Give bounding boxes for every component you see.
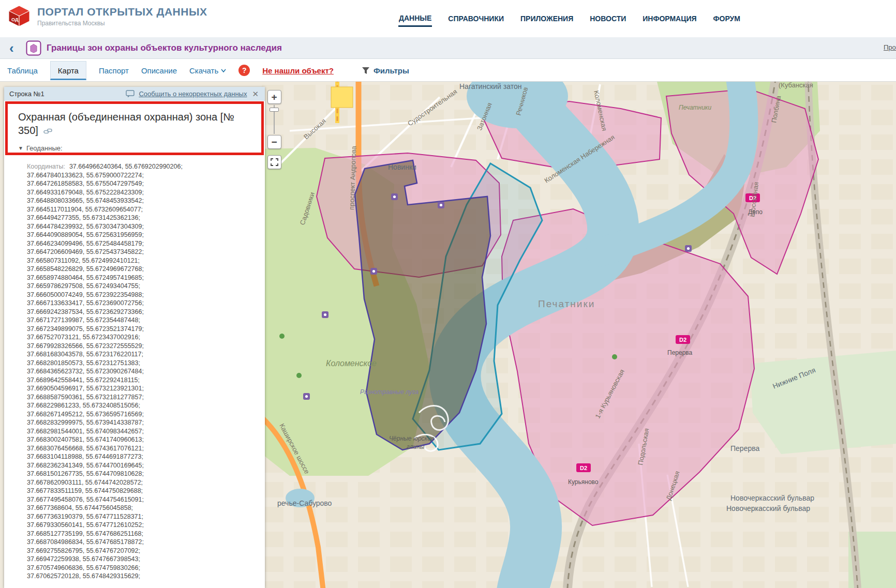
- label-zaton: Нагатинский затон: [459, 82, 521, 91]
- coordinate-line: 37.6660500074249, 55.6723922354988;: [27, 291, 262, 299]
- coordinate-line: 37.6681501267735, 55.6744709810628;: [27, 470, 262, 478]
- coordinates-label: Координаты:: [27, 163, 65, 170]
- coordinate-line: 37.6669242387534, 55.6723629273366;: [27, 308, 262, 316]
- zoom-slider[interactable]: [274, 105, 275, 134]
- zoom-out-button[interactable]: −: [267, 135, 281, 149]
- label-chernye-1: Чёрные юрские: [389, 435, 435, 442]
- top-navigation: ДАННЫЕ СПРАВОЧНИКИ ПРИЛОЖЕНИЯ НОВОСТИ ИН…: [398, 0, 741, 37]
- label-pererva-station: Перерва: [667, 349, 693, 356]
- funnel-icon: [362, 67, 370, 74]
- label-pechatniki-small: Печатники: [679, 104, 712, 111]
- filters-button[interactable]: Фильтры: [362, 66, 409, 75]
- coordinate-first-line: Координаты:37.664966240364, 55.676920299…: [27, 162, 262, 171]
- dataset-tabs: Таблица Карта Паспорт Описание Скачать ?…: [0, 59, 896, 82]
- coordinate-line: 37.6658548226829, 55.6724969672768;: [27, 265, 262, 274]
- tab-passport[interactable]: Паспорт: [99, 66, 129, 75]
- coordinate-line: 37.6677833511159, 55.6744750829688;: [27, 487, 262, 495]
- logo-cube-icon: ОД: [7, 4, 31, 28]
- coordinate-line: 37.6678620903111, 55.6744742028572;: [27, 478, 262, 487]
- tab-download[interactable]: Скачать: [189, 66, 226, 75]
- download-label: Скачать: [189, 66, 218, 75]
- label-pechatniki-big: Печатники: [538, 298, 595, 309]
- coordinates-block: Координаты:37.664966240364, 55.676920299…: [4, 155, 265, 581]
- help-badge[interactable]: ?: [238, 65, 250, 76]
- permalink-icon[interactable]: [43, 127, 52, 137]
- nav-item-info[interactable]: ИНФОРМАЦИЯ: [642, 11, 697, 26]
- coordinate-line: 37.6646234099496, 55.6725484458179;: [27, 239, 262, 248]
- geodata-label: Геоданные:: [26, 144, 63, 152]
- coordinate-line: 37.6677368604, 55.6744756045858;: [27, 504, 262, 512]
- coordinate-line: 37.6685127735199, 55.6747686251168;: [27, 530, 262, 538]
- annotation-highlight-box: Охранная (объединенная охранная) зона [№…: [5, 101, 264, 155]
- label-novocherkassky-2: Новочеркасский бульвар: [726, 504, 810, 512]
- map-canvas[interactable]: D2 D2 D2 Нагатинский затон (Кубанская Вы…: [0, 82, 896, 588]
- coordinate-value: 37.664966240364, 55.6769202990206;: [69, 163, 183, 170]
- coordinate-line: 37.667527073121, 55.6723437002916;: [27, 333, 262, 342]
- coordinate-line: 37.6687084986834, 55.6747685178872;: [27, 538, 262, 547]
- coordinate-line: 37.6682671495212, 55.6736595716569;: [27, 410, 262, 419]
- zoom-in-button[interactable]: +: [267, 90, 281, 104]
- filters-label: Фильтры: [374, 66, 409, 75]
- label-depo: Депо: [748, 208, 763, 216]
- label-rechye-saburovo: речье-Сабурово: [277, 499, 332, 507]
- coordinate-line: 37.6705749606836, 55.674759830266;: [27, 564, 262, 572]
- coordinate-line: 37.6649331679048, 55.6752228423309;: [27, 188, 262, 197]
- coordinate-line: 37.6647261858583, 55.6755047297549;: [27, 179, 262, 188]
- coordinate-line: 37.668229861233, 55.6732408515056;: [27, 401, 262, 410]
- d2-badge-pererva: D2: [679, 337, 686, 343]
- collapse-triangle-icon[interactable]: ▼: [18, 145, 23, 151]
- geodata-section: ▼ Геоданные:: [18, 144, 253, 152]
- tab-map[interactable]: Карта: [50, 61, 86, 80]
- coordinate-line: 37.6689642558441, 55.672292418115;: [27, 376, 262, 385]
- label-kuryanovo: Курьяново: [568, 478, 599, 486]
- logo-abbr: ОД: [11, 17, 19, 22]
- row-title: Строка №1: [9, 90, 44, 98]
- label-raznotravnye: Разнотравные луга: [360, 388, 419, 396]
- map-image: D2 D2 D2 Нагатинский затон (Кубанская Вы…: [259, 82, 896, 588]
- coordinate-line: 37.6683104118988, 55.6744691877273;: [27, 453, 262, 461]
- nav-item-news[interactable]: НОВОСТИ: [589, 11, 626, 26]
- coordinates-list: 37.6647840133623, 55.6759000722274;37.66…: [27, 171, 262, 581]
- close-panel-button[interactable]: ✕: [251, 89, 260, 99]
- coordinate-line: 37.6679928326566, 55.6723272555529;: [27, 342, 262, 351]
- feature-panel-header: Строка №1 Сообщить о некорректных данных…: [4, 87, 265, 101]
- coordinate-line: 37.664494277355, 55.6731425362136;: [27, 214, 262, 222]
- coordinate-line: 37.6647840133623, 55.6759000722274;: [27, 171, 262, 180]
- nav-item-data[interactable]: ДАННЫЕ: [398, 11, 432, 27]
- view-link[interactable]: Просмотр: [884, 43, 896, 51]
- coordinate-line: 37.6672349899075, 55.6723521374179;: [27, 325, 262, 334]
- portal-logo[interactable]: ОД ПОРТАЛ ОТКРЫТЫХ ДАННЫХ Правительства …: [7, 4, 207, 28]
- tab-description[interactable]: Описание: [141, 66, 177, 75]
- nav-item-forum[interactable]: ФОРУМ: [713, 11, 741, 26]
- page-header: ОД ПОРТАЛ ОТКРЫТЫХ ДАННЫХ Правительства …: [0, 0, 896, 37]
- map-zoom-controls: + −: [267, 90, 281, 169]
- coordinate-line: 37.6682832999975, 55.6739414338787;: [27, 418, 262, 427]
- coordinate-line: 37.669472259938, 55.6747667398543;: [27, 555, 262, 564]
- coordinate-line: 37.6683076456668, 55.6743617076121;: [27, 444, 262, 453]
- coordinate-line: 37.6677363190379, 55.6747711528371;: [27, 512, 262, 521]
- coordinate-line: 37.6690504596917, 55.6732123921301;: [27, 384, 262, 393]
- report-incorrect-data-link[interactable]: Сообщить о некорректных данных: [139, 90, 247, 98]
- coordinate-line: 37.6688587590361, 55.6732181277857;: [27, 393, 262, 402]
- dataset-title: Границы зон охраны объектов культурного …: [47, 43, 282, 53]
- zoom-slider-handle[interactable]: [270, 108, 279, 112]
- dataset-bar: ‹ Границы зон охраны объектов культурног…: [0, 37, 896, 59]
- back-button[interactable]: ‹: [9, 41, 23, 55]
- dataset-map-icon: [26, 40, 41, 56]
- nav-item-directories[interactable]: СПРАВОЧНИКИ: [447, 11, 504, 26]
- coordinate-line: 37.6648808033665, 55.6748453933542;: [27, 197, 262, 205]
- coordinate-line: 37.6679330560141, 55.6747712610252;: [27, 521, 262, 530]
- coordinate-line: 37.6644090889054, 55.6725631956959;: [27, 231, 262, 239]
- nav-item-apps[interactable]: ПРИЛОЖЕНИЯ: [520, 11, 574, 26]
- tab-table[interactable]: Таблица: [7, 66, 38, 75]
- not-found-link[interactable]: Не нашли объект?: [262, 66, 334, 75]
- coordinate-line: 37.6684365623732, 55.6723090267484;: [27, 367, 262, 376]
- label-novinki: Новинки: [388, 163, 416, 171]
- fullscreen-button[interactable]: [267, 155, 281, 169]
- coordinate-line: 37.6667133633417, 55.6723690072756;: [27, 299, 262, 308]
- coordinate-line: 37.6644784239932, 55.6730347304309;: [27, 222, 262, 231]
- coordinate-line: 37.6658974880464, 55.6724957419685;: [27, 274, 262, 282]
- portal-subtitle: Правительства Москвы: [37, 20, 207, 27]
- report-bubble-icon: [126, 90, 135, 98]
- coordinate-line: 37.6682801850573, 55.672312751383;: [27, 359, 262, 368]
